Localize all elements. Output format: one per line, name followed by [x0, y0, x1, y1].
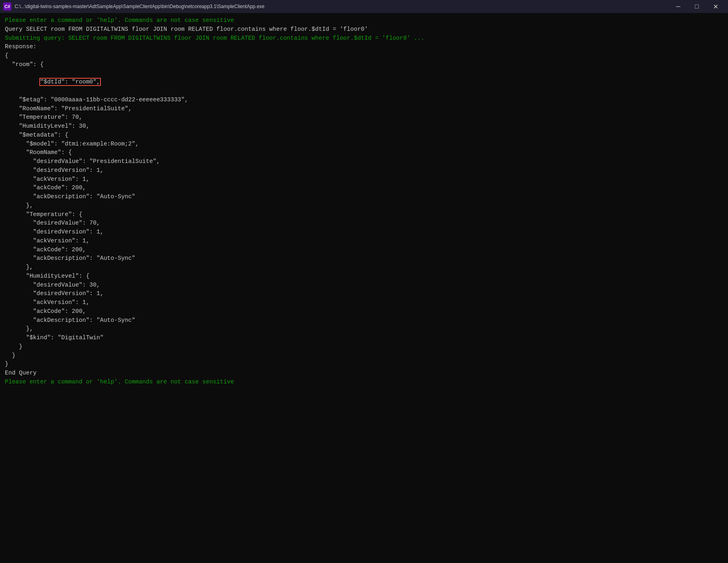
window-title: C:\...\digital-twins-samples-master\AdtS…: [15, 4, 669, 9]
app-icon: C#: [3, 2, 11, 11]
console-line-38: }: [5, 360, 723, 369]
console-line-17: "ackVersion": 1,: [5, 175, 723, 184]
console-line-39: End Query: [5, 369, 723, 378]
console-line-3: Submitting query: SELECT room FROM DIGIT…: [5, 34, 723, 43]
console-line-27: },: [5, 263, 723, 272]
highlighted-dtid: "$dtId": "room0",: [40, 79, 100, 85]
console-line-6: "room": {: [5, 60, 723, 69]
console-line-32: "ackCode": 200,: [5, 307, 723, 316]
console-line-13: "$model": "dtmi:example:Room;2",: [5, 140, 723, 149]
console-line-26: "ackDescription": "Auto-Sync": [5, 254, 723, 263]
console-line-29: "desiredValue": 30,: [5, 281, 723, 290]
console-line-33: "ackDescription": "Auto-Sync": [5, 316, 723, 325]
console-line-5: {: [5, 51, 723, 60]
console-line-7: "$dtId": "room0",: [5, 69, 723, 96]
console-line-22: "desiredValue": 70,: [5, 219, 723, 228]
console-line-11: "HumidityLevel": 30,: [5, 122, 723, 131]
console-line-37: }: [5, 351, 723, 360]
console-line-8: "$etag": "0000aaaa-11bb-cccc-dd22-eeeeee…: [5, 96, 723, 105]
console-line-10: "Temperature": 70,: [5, 113, 723, 122]
console-line-25: "ackCode": 200,: [5, 246, 723, 255]
titlebar: C# C:\...\digital-twins-samples-master\A…: [0, 0, 728, 13]
console-line-12: "$metadata": {: [5, 131, 723, 140]
console-line-20: },: [5, 201, 723, 210]
console-line-15: "desiredValue": "PresidentialSuite",: [5, 157, 723, 166]
console-line-14: "RoomName": {: [5, 148, 723, 157]
minimize-button[interactable]: ─: [669, 0, 687, 13]
console-line-36: }: [5, 343, 723, 351]
console-line-28: "HumidityLevel": {: [5, 272, 723, 281]
console-line-9: "RoomName": "PresidentialSuite",: [5, 105, 723, 113]
maximize-button[interactable]: □: [687, 0, 706, 13]
console-line-19: "ackDescription": "Auto-Sync": [5, 193, 723, 201]
console-line-34: },: [5, 325, 723, 334]
console-line-18: "ackCode": 200,: [5, 184, 723, 193]
console-line-41: Please enter a command or 'help'. Comman…: [5, 378, 723, 387]
console-output[interactable]: Please enter a command or 'help'. Comman…: [0, 13, 728, 563]
window-controls: ─ □ ✕: [669, 0, 725, 13]
console-line-16: "desiredVersion": 1,: [5, 166, 723, 175]
console-line-35: "$kind": "DigitalTwin": [5, 334, 723, 343]
close-button[interactable]: ✕: [706, 0, 725, 13]
console-line-24: "ackVersion": 1,: [5, 237, 723, 246]
console-line-30: "desiredVersion": 1,: [5, 289, 723, 298]
console-line-4: Response:: [5, 43, 723, 51]
console-line-31: "ackVersion": 1,: [5, 298, 723, 307]
application-window: C# C:\...\digital-twins-samples-master\A…: [0, 0, 728, 563]
console-line-2: Query SELECT room FROM DIGITALTWINS floo…: [5, 25, 723, 34]
console-line-21: "Temperature": {: [5, 210, 723, 219]
console-line-23: "desiredVersion": 1,: [5, 228, 723, 237]
console-line-1: Please enter a command or 'help'. Comman…: [5, 16, 723, 25]
